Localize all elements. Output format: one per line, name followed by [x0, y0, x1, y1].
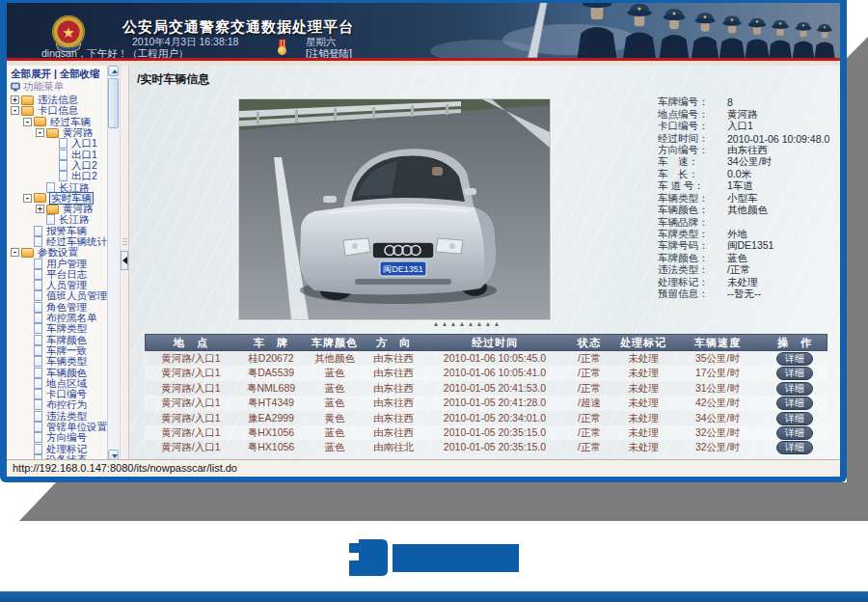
tree-expand-toggle[interactable]: -: [23, 118, 32, 126]
tree-item-label: 出口2: [70, 171, 98, 181]
detail-row: 车 道 号： 1车道: [658, 180, 833, 192]
detail-button[interactable]: 详细: [776, 412, 813, 425]
table-row: 黄河路/入口1 桂D20672 其他颜色 由东往西 2010-01-06 10:…: [146, 351, 827, 366]
cell-plate: 粤DA5539: [236, 366, 306, 380]
tree-node-icon: [34, 422, 42, 432]
tree-expand-toggle[interactable]: -: [36, 128, 44, 137]
cell-status: /超速: [566, 396, 612, 410]
tree-item[interactable]: 长江路: [32, 214, 108, 225]
tree-expand-toggle[interactable]: -: [23, 194, 32, 203]
tree-node-icon: [59, 138, 68, 149]
detail-value: 入口1: [727, 120, 753, 133]
detail-button[interactable]: 详细: [776, 367, 813, 380]
tree-node-icon: [34, 290, 42, 301]
logout-link[interactable]: [注销登陆]: [306, 47, 352, 61]
table-row: 黄河路/入口1 豫EA2999 黄色 由东往西 2010-01-05 20:34…: [146, 411, 827, 425]
status-url: http://192.168.0.147:8080/its/nowpasscar…: [13, 462, 237, 474]
tree-item[interactable]: 出口2: [44, 171, 108, 181]
cell-plate-color: 其他颜色: [306, 351, 364, 366]
sidebar-scrollbar[interactable]: [107, 66, 120, 460]
sidebar: 全部展开 | 全部收缩 功能菜单 +: [7, 66, 121, 460]
status-bar: http://192.168.0.147:8080/its/nowpasscar…: [7, 459, 840, 477]
tree-item-label: 方向编号: [45, 432, 88, 443]
splitter-dots: [122, 237, 127, 247]
cell-direction: 由东往西: [364, 396, 423, 410]
tree-node-icon: [21, 106, 34, 116]
company-logo-icon: [347, 537, 390, 578]
tree-node-icon: [34, 313, 42, 323]
tree-node-icon: [46, 205, 59, 214]
tree-node-icon: [34, 280, 42, 290]
tree-node-icon: [34, 444, 42, 454]
cell-direction: 由南往北: [364, 440, 423, 454]
app-title: 公安局交通警察交通数据处理平台: [122, 18, 354, 37]
detail-row: 车牌颜色： 蓝色: [658, 253, 833, 264]
collapse-all-link[interactable]: 全部收缩: [60, 68, 100, 79]
cell-speed: 32公里/时: [674, 440, 761, 454]
detail-button[interactable]: 详细: [776, 352, 813, 366]
app-header: ★ 公安局交通警察交通数据处理平台 2010年4月3日 16:38:18 星期六…: [7, 3, 840, 61]
tree-item-label: 长江路: [58, 214, 91, 225]
cell-direction: 由东往西: [364, 366, 423, 380]
table-column-header: 车 牌: [236, 335, 306, 350]
splitter-collapse-handle[interactable]: [121, 251, 128, 270]
cell-plate-color: 黄色: [306, 411, 364, 425]
header-greeting: dingsan，下午好！（工程用户）: [41, 47, 188, 61]
tree-item[interactable]: 车辆类型: [19, 356, 108, 367]
detail-row: 车牌号码： 闽DE1351: [658, 240, 833, 252]
cell-action: 详细: [761, 425, 828, 440]
cell-speed: 17公里/时: [674, 366, 761, 380]
tree-expand-toggle[interactable]: -: [11, 248, 19, 257]
detail-row: 车 速： 34公里/时: [658, 156, 833, 168]
expand-all-link[interactable]: 全部展开: [11, 68, 51, 79]
tree-item[interactable]: 方向编号: [19, 432, 108, 443]
main-content: /实时车辆信息: [129, 66, 840, 460]
tree-item[interactable]: 布控行为: [19, 399, 108, 410]
vehicle-photo: 闽DE1351: [239, 99, 550, 319]
tree-node-icon: [34, 368, 42, 378]
tree-item[interactable]: 入口1: [44, 138, 108, 149]
cell-status: /正常: [566, 425, 612, 440]
tree-item-label: 值班人员管理: [45, 290, 108, 301]
panel-splitter[interactable]: [120, 66, 129, 460]
cell-action: 详细: [761, 381, 828, 396]
table-row: 黄河路/入口1 粤HX1056 蓝色 由南往北 2010-01-05 20:35…: [146, 440, 827, 454]
tree-item[interactable]: 值班人员管理: [19, 290, 108, 301]
tree-node-icon: [21, 96, 34, 105]
tree-node-icon: [34, 432, 42, 443]
tree-node-icon: [34, 193, 46, 203]
slide-footer-bar: [0, 591, 868, 602]
scroll-up-button[interactable]: [108, 66, 119, 76]
detail-button[interactable]: 详细: [776, 426, 813, 440]
tree-node-icon: [34, 269, 42, 280]
tree-node-icon: [59, 171, 68, 181]
detail-row: 车辆类型： 小型车: [658, 193, 833, 205]
detail-row: 车牌类型： 外地: [658, 229, 833, 240]
tree-item-label: 处理标记: [45, 444, 88, 454]
tree-item[interactable]: - 卡口信息: [7, 105, 108, 116]
cell-location: 黄河路/入口1: [146, 366, 236, 380]
detail-button[interactable]: 详细: [776, 382, 813, 396]
detail-row: 车辆品牌：: [658, 216, 833, 228]
cell-plate: 粤HX1056: [236, 425, 306, 440]
tree-expand-toggle[interactable]: -: [11, 106, 19, 115]
cell-plate-color: 蓝色: [306, 381, 364, 396]
detail-button[interactable]: 详细: [776, 441, 813, 454]
menu-root[interactable]: 功能菜单: [11, 80, 64, 94]
cell-location: 黄河路/入口1: [146, 351, 236, 366]
tree-expand-toggle[interactable]: +: [11, 96, 19, 104]
detail-button[interactable]: 详细: [776, 397, 813, 410]
cell-process-flag: 未处理: [612, 440, 674, 454]
tree-item-label: 用户管理: [45, 259, 88, 269]
tree-item[interactable]: 车牌类型: [19, 323, 108, 334]
tree-node-icon: [34, 399, 42, 410]
table-column-header: 处理标记: [612, 335, 674, 350]
cell-plate-color: 蓝色: [306, 396, 364, 410]
cell-speed: 31公里/时: [674, 381, 761, 396]
cell-speed: 42公里/时: [674, 396, 761, 410]
tree-item[interactable]: - 参数设置: [7, 247, 108, 258]
scroll-thumb[interactable]: [108, 78, 119, 128]
table-column-header: 车牌颜色: [306, 335, 364, 350]
tree-expand-toggle[interactable]: +: [36, 205, 44, 213]
tree-node-icon: [59, 160, 68, 171]
